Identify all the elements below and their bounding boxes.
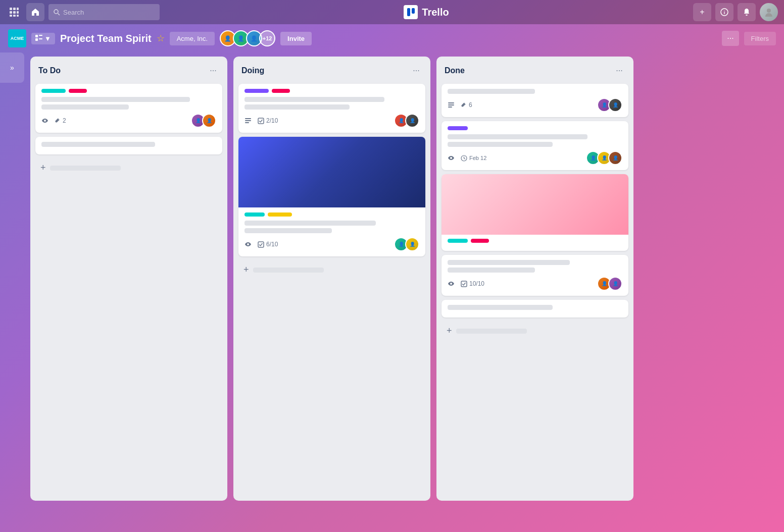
card-done-5[interactable] (442, 300, 628, 317)
label-pink (69, 89, 87, 93)
eye-meta-done-4 (448, 280, 455, 287)
lines-meta (244, 117, 252, 124)
card-avatar-2: 👤 (202, 114, 216, 128)
check-meta-done-4: 10/10 (461, 280, 484, 287)
column-todo-menu[interactable]: ··· (206, 64, 220, 78)
board-header: ACME ▼ Project Team Spirit ☆ Acme, Inc. … (0, 24, 784, 52)
column-todo-title: To Do (38, 66, 61, 75)
filter-button[interactable]: Filters (744, 32, 776, 45)
workspace-selector[interactable]: Acme, Inc. (170, 32, 215, 45)
card-labels-doing-2 (244, 212, 419, 217)
add-card-todo[interactable]: + (35, 158, 222, 177)
card-doing-1[interactable]: 2/10 👤 👤 (238, 84, 425, 133)
card-done-2[interactable]: Feb 12 👤 👤 👤 (442, 121, 628, 170)
svg-text:i: i (724, 10, 725, 15)
card-text-2 (41, 104, 129, 110)
svg-rect-3 (10, 11, 12, 14)
card-doing-2[interactable]: 6/10 👤 👤 (238, 137, 425, 256)
card-done-1[interactable]: 6 👤 👤 (442, 84, 628, 117)
add-card-done-placeholder (456, 329, 527, 334)
card-labels-doing-1 (244, 89, 419, 93)
top-navigation: Search Trello + i (0, 0, 784, 24)
user-avatar[interactable] (760, 3, 778, 21)
svg-rect-18 (245, 118, 251, 119)
info-button[interactable]: i (715, 3, 733, 21)
card-meta-done-2: Feb 12 (448, 154, 486, 162)
card-avatars-done-2: 👤 👤 👤 (586, 151, 622, 165)
svg-rect-27 (461, 281, 467, 287)
svg-rect-14 (35, 35, 38, 37)
card-meta-done-1: 6 (448, 101, 472, 109)
svg-rect-6 (10, 15, 12, 17)
grid-icon[interactable] (6, 4, 22, 20)
card-avatar-doing-2: 👤 (405, 114, 419, 128)
card-meta: 2 (41, 117, 66, 124)
check-meta: 2/10 (258, 117, 278, 124)
sidebar-toggle[interactable]: » (0, 52, 24, 83)
member-count-badge[interactable]: +12 (259, 30, 275, 46)
app-name: Trello (422, 7, 449, 18)
card-footer-doing-2: 6/10 👤 👤 (244, 237, 419, 251)
card-todo-1[interactable]: 2 👤 👤 (35, 84, 222, 133)
svg-rect-22 (258, 242, 264, 247)
svg-rect-19 (245, 120, 251, 121)
board-members: 👤 👤 👤 +12 (220, 30, 275, 46)
attach-meta-done-1: 6 (461, 101, 472, 109)
card-image-pink (442, 174, 628, 235)
card-text-done-3 (448, 142, 553, 147)
card-done-3[interactable] (442, 174, 628, 251)
svg-rect-1 (13, 8, 16, 10)
svg-rect-0 (10, 8, 12, 10)
svg-rect-16 (35, 38, 38, 41)
add-button[interactable]: + (693, 3, 711, 21)
board-view-selector[interactable]: ▼ (31, 33, 55, 44)
card-meta-done-4: 10/10 (448, 280, 484, 287)
svg-rect-23 (448, 102, 454, 103)
card-footer-done-2: Feb 12 👤 👤 👤 (448, 151, 622, 165)
add-card-placeholder (50, 166, 121, 171)
svg-line-10 (58, 13, 60, 15)
search-placeholder: Search (63, 9, 84, 16)
card-text-done-5 (448, 268, 535, 273)
label-pink-done (471, 239, 489, 243)
svg-rect-21 (258, 118, 264, 124)
board-more-button[interactable]: ··· (722, 31, 739, 46)
card-footer-done-4: 10/10 👤 👤 (448, 277, 622, 291)
card-done-4[interactable]: 10/10 👤 👤 (442, 255, 628, 296)
home-button[interactable] (26, 3, 44, 21)
search-bar[interactable]: Search (48, 4, 160, 20)
card-text-done-1 (448, 89, 535, 94)
column-todo: To Do ··· (30, 57, 227, 501)
label-purple-done (448, 126, 468, 130)
card-text-1 (41, 97, 190, 102)
invite-button[interactable]: Invite (280, 32, 312, 45)
date-meta-done: Feb 12 (461, 155, 486, 162)
label-cyan (41, 89, 66, 93)
card-text-done-6 (448, 305, 553, 310)
column-doing-menu[interactable]: ··· (409, 64, 423, 78)
card-footer-done-1: 6 👤 👤 (448, 98, 622, 112)
svg-rect-2 (17, 8, 19, 10)
add-card-done[interactable]: + (442, 322, 628, 340)
column-done-menu[interactable]: ··· (612, 64, 626, 78)
svg-rect-24 (448, 104, 454, 105)
label-purple (244, 89, 269, 93)
card-avatars-done-1: 👤 👤 (597, 98, 622, 112)
star-button[interactable]: ☆ (157, 33, 165, 44)
column-done-header: Done ··· (442, 62, 628, 80)
label-yellow (268, 212, 292, 217)
add-card-doing-placeholder (253, 268, 324, 273)
card-avatars: 👤 👤 (191, 114, 216, 128)
svg-rect-20 (245, 122, 249, 123)
eye-meta (41, 117, 48, 124)
card-avatar-done-7: 👤 (608, 277, 622, 291)
svg-rect-8 (17, 15, 19, 17)
notifications-button[interactable] (738, 3, 756, 21)
column-done-title: Done (445, 66, 465, 75)
card-text-done-2 (448, 134, 587, 139)
card-todo-2[interactable] (35, 137, 222, 154)
add-card-doing[interactable]: + (238, 260, 425, 279)
column-doing-header: Doing ··· (238, 62, 425, 80)
eye-meta-done (448, 154, 455, 162)
card-meta-doing-1: 2/10 (244, 117, 278, 124)
